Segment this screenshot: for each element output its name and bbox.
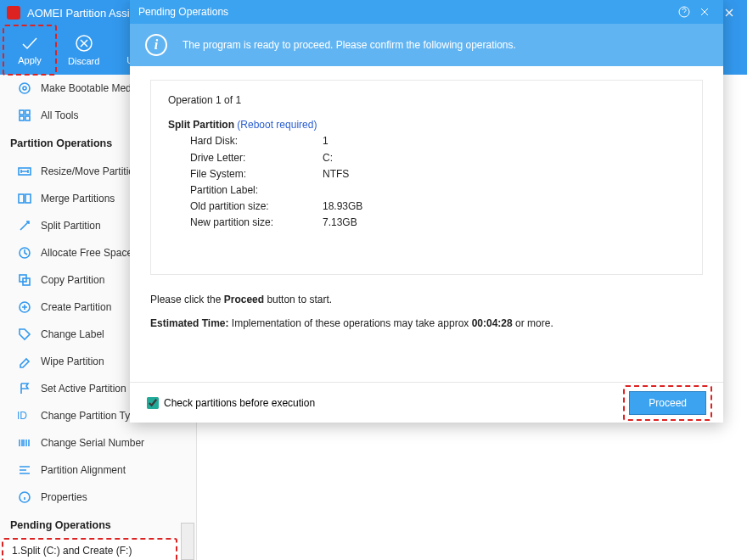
sidebar-item-label: Allocate Free Space xyxy=(41,247,132,259)
reboot-required-label: (Reboot required) xyxy=(234,119,317,131)
sidebar-item-label: Split Partition xyxy=(41,220,101,232)
sidebar-item-label: Create Partition xyxy=(41,301,111,313)
dialog-close-icon[interactable] xyxy=(694,2,715,22)
sidebar-item-label: Make Bootable Media xyxy=(41,82,139,94)
sidebar-group-pending: Pending Operations xyxy=(0,511,196,540)
dialog-banner-message: The program is ready to proceed. Please … xyxy=(183,39,516,51)
svg-point-8 xyxy=(23,87,26,90)
pending-operation-item[interactable]: 1.Split (C:) and Create (F:) xyxy=(2,540,194,560)
dialog-title: Pending Operations xyxy=(138,6,674,18)
sidebar-item-label: Copy Partition xyxy=(41,274,104,286)
svg-rect-14 xyxy=(19,194,24,203)
row-key: New partition size: xyxy=(190,215,323,231)
split-icon xyxy=(17,218,32,233)
row-val: 18.93GB xyxy=(323,199,362,215)
apply-label: Apply xyxy=(18,55,42,65)
barcode-icon xyxy=(17,435,32,451)
svg-text:ID: ID xyxy=(17,411,27,421)
apply-button[interactable]: Apply xyxy=(3,25,56,75)
checkbox-label: Check partitions before execution xyxy=(164,397,315,409)
svg-rect-12 xyxy=(25,116,30,120)
svg-rect-10 xyxy=(25,110,30,115)
row-key: Old partition size: xyxy=(190,199,323,215)
row-key: Hard Disk: xyxy=(190,133,323,149)
merge-icon xyxy=(17,191,32,206)
sidebar-item-label: Resize/Move Partition xyxy=(41,165,140,177)
check-partitions-checkbox[interactable]: Check partitions before execution xyxy=(147,397,629,409)
sidebar-item-label: Change Serial Number xyxy=(41,437,144,449)
info-icon: i xyxy=(145,34,167,56)
grid-icon xyxy=(17,108,32,123)
svg-point-7 xyxy=(20,83,30,93)
sidebar-item-properties[interactable]: Properties xyxy=(0,484,196,511)
sidebar-item-label: Partition Alignment xyxy=(41,464,126,476)
discard-button[interactable]: Discard xyxy=(56,25,111,75)
row-key: Partition Label: xyxy=(190,182,323,199)
scrollbar[interactable] xyxy=(181,523,194,560)
sidebar-item-label: Set Active Partition xyxy=(41,383,126,395)
checkbox-input[interactable] xyxy=(147,397,159,409)
sidebar-item-label: Properties xyxy=(41,491,87,503)
row-val: 7.13GB xyxy=(323,215,362,231)
plus-icon xyxy=(17,300,32,315)
resize-icon xyxy=(17,164,32,179)
flag-icon xyxy=(17,381,32,396)
row-key: File System: xyxy=(190,166,323,182)
sidebar-item-alignment[interactable]: Partition Alignment xyxy=(0,456,196,484)
sidebar-item-label: All Tools xyxy=(41,109,78,121)
svg-rect-11 xyxy=(20,116,24,120)
info-icon xyxy=(17,490,32,505)
estimated-time: Estimated Time: Implementation of these … xyxy=(150,317,703,329)
help-icon[interactable] xyxy=(674,2,694,22)
operation-details: Operation 1 of 1 Split Partition (Reboot… xyxy=(150,80,703,275)
sidebar-item-serial[interactable]: Change Serial Number xyxy=(0,429,196,456)
proceed-button-label: Proceed xyxy=(649,397,687,409)
sidebar-item-label: Wipe Partition xyxy=(41,356,104,367)
app-logo xyxy=(7,6,20,20)
id-icon: ID xyxy=(17,408,32,423)
clock-icon xyxy=(17,245,32,260)
sidebar-item-label: Change Partition Type xyxy=(41,410,142,422)
row-key: Drive Letter: xyxy=(190,150,323,166)
media-icon xyxy=(17,81,32,96)
discard-label: Discard xyxy=(68,56,99,66)
row-val: C: xyxy=(323,150,362,166)
row-val xyxy=(323,182,362,199)
row-val: 1 xyxy=(323,133,362,149)
operation-name: Split Partition xyxy=(168,119,234,131)
copy-icon xyxy=(17,272,32,288)
align-icon xyxy=(17,462,32,478)
operation-counter: Operation 1 of 1 xyxy=(168,92,685,109)
row-val: NTFS xyxy=(323,166,362,182)
tag-icon xyxy=(17,327,32,342)
sidebar-item-label: Change Label xyxy=(41,328,104,340)
proceed-button[interactable]: Proceed xyxy=(629,391,706,415)
proceed-hint: Please click the Proceed button to start… xyxy=(150,294,703,305)
svg-rect-9 xyxy=(20,110,24,115)
pending-operations-dialog: Pending Operations i The program is read… xyxy=(130,0,723,423)
sidebar-item-label: Merge Partitions xyxy=(41,193,115,204)
svg-rect-15 xyxy=(25,194,31,203)
erase-icon xyxy=(17,354,32,369)
